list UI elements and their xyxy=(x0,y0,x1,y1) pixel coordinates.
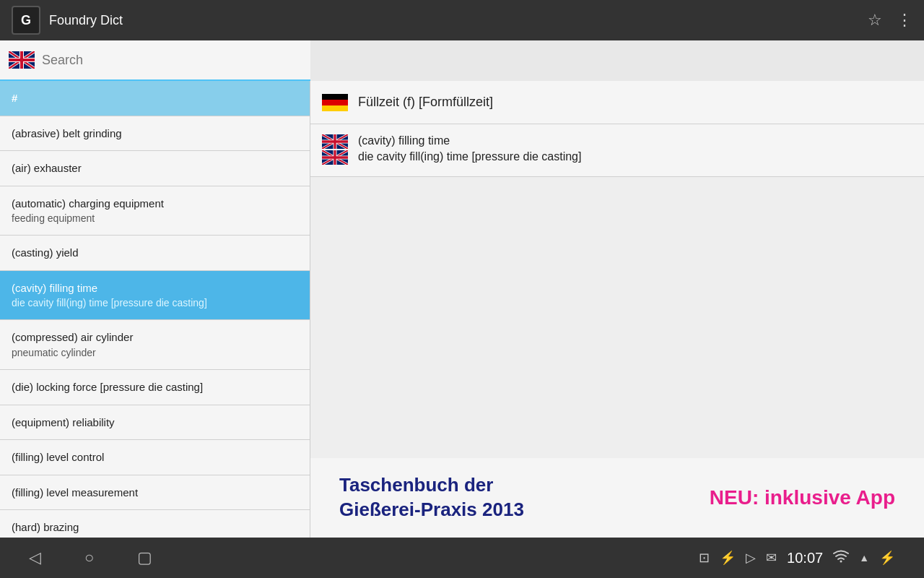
list-item-abrasive[interactable]: (abrasive) belt grinding xyxy=(0,116,310,152)
list-item-primary-abrasive: (abrasive) belt grinding xyxy=(12,126,298,141)
list-item-hash[interactable]: # xyxy=(0,81,310,116)
nav-recent-button[interactable]: ▢ xyxy=(137,548,152,567)
list-item-filling-level[interactable]: (filling) level control xyxy=(0,440,310,475)
search-bar xyxy=(0,40,310,81)
list-item-primary-equipment: (equipment) reliability xyxy=(12,415,298,430)
clock: 10:07 xyxy=(787,550,823,566)
list-item-compressed[interactable]: (compressed) air cylinderpneumatic cylin… xyxy=(0,320,310,370)
email-icon: ✉ xyxy=(766,550,777,566)
list-item-primary-compressed: (compressed) air cylinder xyxy=(12,330,298,345)
list-item-air[interactable]: (air) exhauster xyxy=(0,151,310,186)
detail-translation: (cavity) filling timedie cavity fill(ing… xyxy=(310,124,924,177)
list-item-primary-die: (die) locking force [pressure die castin… xyxy=(12,380,298,394)
search-input[interactable] xyxy=(42,53,302,68)
list-item-filling-level-meas[interactable]: (filling) level measurement xyxy=(0,475,310,511)
nav-buttons: ◁ ○ ▢ xyxy=(29,548,152,567)
svg-rect-1 xyxy=(322,94,348,100)
translation-line-0: (cavity) filling time xyxy=(358,134,581,147)
list-item-primary-hard: (hard) brazing xyxy=(12,520,298,535)
uk-flag-top xyxy=(322,134,348,149)
svg-point-6 xyxy=(840,560,842,562)
app-title: Foundry Dict xyxy=(49,13,868,28)
list-item-casting[interactable]: (casting) yield xyxy=(0,236,310,271)
list-item-primary-hash: # xyxy=(12,91,298,105)
book-title: Taschenbuch derGießerei-Praxis 2013 xyxy=(339,473,524,522)
word-list: #(abrasive) belt grinding(air) exhauster… xyxy=(0,81,310,578)
list-item-secondary-automatic: feeding equipment xyxy=(12,212,298,225)
list-item-primary-automatic: (automatic) charging equipment xyxy=(12,197,298,211)
translation-line-1: die cavity fill(ing) time [pressure die … xyxy=(358,150,581,163)
list-item-primary-casting: (casting) yield xyxy=(12,246,298,260)
list-item-primary-air: (air) exhauster xyxy=(12,161,298,176)
list-item-equipment[interactable]: (equipment) reliability xyxy=(0,405,310,441)
list-item-primary-cavity: (cavity) filling time xyxy=(12,281,298,296)
usb-icon: ⚡ xyxy=(720,550,736,566)
nav-back-button[interactable]: ◁ xyxy=(29,548,41,567)
favorite-icon[interactable]: ☆ xyxy=(868,11,882,30)
list-item-primary-filling-level-meas: (filling) level measurement xyxy=(12,486,298,500)
detail-header: Füllzeit (f) [Formfüllzeit] xyxy=(310,81,924,124)
german-flag xyxy=(322,94,348,111)
app-bar: G Foundry Dict ☆ ⋮ xyxy=(0,0,924,40)
list-item-automatic[interactable]: (automatic) charging equipmentfeeding eq… xyxy=(0,186,310,236)
detail-german-term: Füllzeit (f) [Formfüllzeit] xyxy=(358,95,493,110)
more-options-icon[interactable]: ⋮ xyxy=(897,11,912,30)
bluetooth-icon: ⚡ xyxy=(879,550,895,566)
book-promo: Taschenbuch derGießerei-Praxis 2013 NEU:… xyxy=(310,458,924,538)
status-icons: ⊡ ⚡ ▷ ✉ 10:07 ▲ ⚡ xyxy=(699,550,895,566)
signal-icon: ▲ xyxy=(859,552,869,564)
sd-card-icon: ⊡ xyxy=(699,550,710,566)
list-item-secondary-cavity: die cavity fill(ing) time [pressure die … xyxy=(12,296,298,309)
uk-flag-detail xyxy=(322,134,348,166)
uk-flag-search xyxy=(9,51,35,69)
wifi-icon xyxy=(833,550,849,566)
list-item-secondary-compressed: pneumatic cylinder xyxy=(12,346,298,359)
bottom-bar: ◁ ○ ▢ ⊡ ⚡ ▷ ✉ 10:07 ▲ ⚡ xyxy=(0,538,924,578)
nav-home-button[interactable]: ○ xyxy=(84,548,94,567)
svg-rect-3 xyxy=(322,105,348,111)
book-promo-badge: NEU: inklusive App xyxy=(710,486,895,509)
list-item-primary-filling-level: (filling) level control xyxy=(12,450,298,465)
list-item-die[interactable]: (die) locking force [pressure die castin… xyxy=(0,370,310,405)
list-item-cavity[interactable]: (cavity) filling timedie cavity fill(ing… xyxy=(0,271,310,321)
app-icon: G xyxy=(12,6,40,35)
media-icon: ▷ xyxy=(746,550,756,566)
svg-rect-2 xyxy=(322,100,348,105)
translation-text: (cavity) filling timedie cavity fill(ing… xyxy=(358,134,581,163)
uk-flag-bottom xyxy=(322,150,348,165)
app-bar-actions: ☆ ⋮ xyxy=(868,11,912,30)
